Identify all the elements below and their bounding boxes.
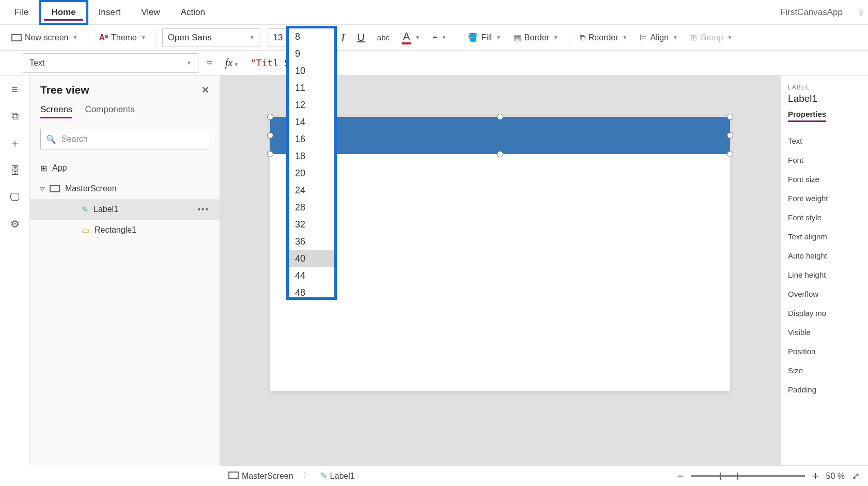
menu-view[interactable]: View	[131, 0, 171, 25]
font-size-option-9[interactable]: 9	[289, 45, 334, 63]
menu-insert[interactable]: Insert	[88, 0, 131, 25]
font-size-option-36[interactable]: 36	[289, 233, 334, 250]
resize-handle[interactable]	[727, 151, 733, 157]
breadcrumb-screen[interactable]: MasterScreen	[228, 472, 293, 481]
tab-properties[interactable]: Properties	[788, 110, 826, 122]
resize-handle[interactable]	[497, 114, 503, 120]
property-row[interactable]: Line height	[788, 265, 861, 284]
menu-action[interactable]: Action	[171, 0, 215, 25]
breadcrumb-control[interactable]: ✎Label1	[320, 471, 355, 481]
tree-tabs: Screens Components	[30, 100, 220, 125]
more-icon[interactable]: •••	[197, 205, 209, 214]
tree-item-label1[interactable]: ✎ Label1 •••	[30, 199, 220, 220]
align-button[interactable]: ⊫Align▼	[634, 27, 683, 48]
property-row[interactable]: Font size	[788, 170, 861, 189]
diagnostics-icon[interactable]: ⚕	[858, 6, 864, 19]
group-button[interactable]: ⊞Group▼	[685, 27, 737, 48]
new-screen-label: New screen	[25, 33, 68, 42]
font-family-select[interactable]: Open Sans ▼	[162, 28, 260, 47]
property-row[interactable]: Text alignm	[788, 227, 861, 246]
property-row[interactable]: Font	[788, 150, 861, 170]
tab-components[interactable]: Components	[85, 104, 134, 118]
fx-button[interactable]: fx▼	[221, 57, 243, 69]
property-row[interactable]: Position	[788, 342, 861, 361]
hamburger-icon[interactable]: ≡	[12, 84, 18, 96]
font-size-option-11[interactable]: 11	[289, 80, 334, 97]
italic-button[interactable]: I	[336, 27, 350, 48]
property-row[interactable]: Font weight	[788, 189, 861, 208]
chevron-right-icon: 〉	[303, 470, 311, 481]
fill-button[interactable]: 🪣Fill▼	[462, 27, 506, 48]
media-icon[interactable]: 🖵	[10, 191, 20, 203]
selected-label-control[interactable]	[270, 117, 730, 154]
strikethrough-button[interactable]: abc	[372, 27, 395, 48]
close-icon[interactable]: ✕	[202, 84, 209, 96]
fullscreen-icon[interactable]: ⤢	[852, 470, 860, 482]
tab-screens[interactable]: Screens	[40, 104, 72, 118]
align-icon: ≡	[432, 33, 437, 42]
property-row[interactable]: Visible	[788, 323, 861, 342]
tree-app[interactable]: ⊞ App	[30, 158, 220, 178]
data-icon[interactable]: 🗄	[10, 165, 20, 177]
resize-handle[interactable]	[267, 151, 273, 157]
tree-item-label: Rectangle1	[95, 225, 136, 235]
new-screen-button[interactable]: New screen ▼	[6, 27, 83, 48]
label-icon: ✎	[82, 205, 88, 215]
font-color-button[interactable]: A▼	[397, 27, 425, 48]
property-name: Text	[29, 58, 44, 68]
property-row[interactable]: Size	[788, 361, 861, 380]
font-size-option-12[interactable]: 12	[289, 97, 334, 114]
zoom-slider[interactable]	[691, 475, 805, 477]
font-size-option-44[interactable]: 44	[289, 267, 334, 284]
tree-screen[interactable]: ▽ MasterScreen	[30, 178, 220, 199]
property-row[interactable]: Font style	[788, 208, 861, 227]
properties-panel: LABEL Label1 Properties TextFontFont siz…	[780, 75, 868, 465]
property-row[interactable]: Display mo	[788, 303, 861, 323]
control-name[interactable]: Label1	[788, 93, 861, 104]
font-size-option-40[interactable]: 40	[289, 250, 334, 267]
reorder-button[interactable]: ⧉Reorder▼	[575, 27, 633, 48]
property-dropdown[interactable]: Text ▼	[23, 53, 198, 73]
font-size-option-8[interactable]: 8	[289, 28, 334, 45]
underline-button[interactable]: U	[352, 27, 369, 48]
font-size-option-18[interactable]: 18	[289, 148, 334, 165]
text-align-button[interactable]: ≡▼	[427, 27, 452, 48]
menu-file[interactable]: File	[4, 0, 39, 25]
property-row[interactable]: Padding	[788, 380, 861, 399]
resize-handle[interactable]	[267, 114, 273, 120]
tree-view-title: Tree view	[40, 84, 89, 96]
font-size-option-10[interactable]: 10	[289, 63, 334, 80]
menu-home[interactable]: Home	[39, 0, 88, 25]
font-size-option-20[interactable]: 20	[289, 165, 334, 182]
font-size-option-32[interactable]: 32	[289, 216, 334, 233]
border-icon: ▦	[514, 33, 521, 42]
equals-sign: =	[198, 57, 221, 69]
insert-icon[interactable]: ＋	[10, 136, 20, 150]
tree-item-rectangle1[interactable]: ▭ Rectangle1	[30, 220, 220, 240]
font-size-option-48[interactable]: 48	[289, 284, 334, 297]
border-button[interactable]: ▦Border▼	[508, 27, 564, 48]
chevron-down-icon[interactable]: ▽	[40, 186, 44, 192]
font-size-option-24[interactable]: 24	[289, 182, 334, 199]
search-placeholder: Search	[61, 134, 88, 144]
screen-icon	[228, 472, 239, 479]
left-rail: ≡ ⧉ ＋ 🗄 🖵 ⚙	[0, 75, 30, 465]
resize-handle[interactable]	[267, 132, 273, 139]
theme-button[interactable]: Aᵃ Theme ▼	[94, 27, 151, 48]
border-label: Border	[524, 33, 549, 42]
resize-handle[interactable]	[497, 151, 503, 157]
font-size-option-14[interactable]: 14	[289, 114, 334, 131]
font-size-option-16[interactable]: 16	[289, 131, 334, 148]
property-row[interactable]: Overflow	[788, 284, 861, 303]
canvas-screen[interactable]	[270, 117, 730, 391]
zoom-out-button[interactable]: −	[677, 469, 684, 483]
font-size-option-28[interactable]: 28	[289, 199, 334, 216]
zoom-in-button[interactable]: +	[812, 469, 819, 483]
resize-handle[interactable]	[727, 114, 733, 120]
resize-handle[interactable]	[727, 132, 733, 139]
search-input[interactable]: 🔍 Search	[40, 129, 209, 149]
property-row[interactable]: Text	[788, 131, 861, 150]
property-row[interactable]: Auto height	[788, 246, 861, 265]
advanced-icon[interactable]: ⚙	[10, 218, 20, 230]
tree-view-icon[interactable]: ⧉	[11, 110, 19, 122]
